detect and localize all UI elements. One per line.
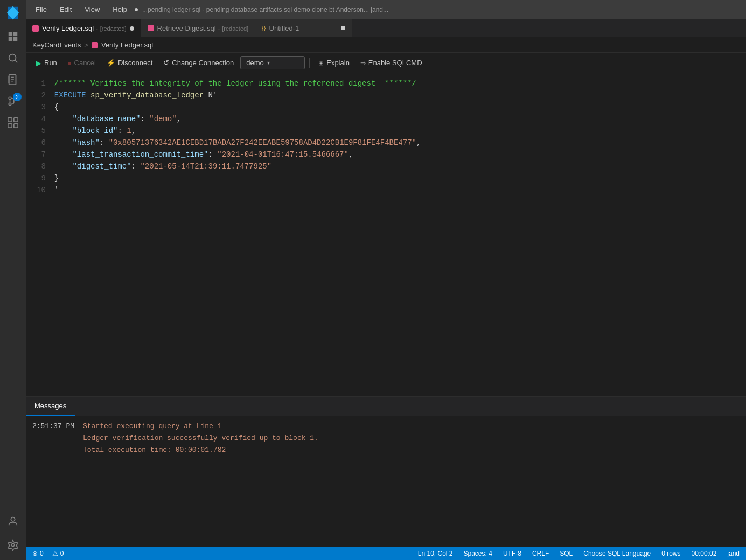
editor-area[interactable]: 1 2 3 4 5 6 7 8 9 10 /****** Verifies th… <box>26 73 746 396</box>
svg-point-4 <box>9 54 16 61</box>
indentation[interactable]: Spaces: 4 <box>462 550 494 557</box>
disconnect-button[interactable]: ⚡ Disconnect <box>102 57 157 69</box>
title-bar: File Edit View Help ...pending ledger sq… <box>26 0 746 19</box>
app-logo <box>2 2 24 24</box>
line-ending-value: CRLF <box>532 550 549 557</box>
language-value: SQL <box>560 550 573 557</box>
disconnect-icon: ⚡ <box>107 59 115 67</box>
breadcrumb-file-icon <box>92 42 98 48</box>
message-timestamp: 2:51:37 PM <box>32 421 74 456</box>
line-ending[interactable]: CRLF <box>530 550 551 557</box>
explorer-icon[interactable] <box>2 26 24 47</box>
warning-count-value: 0 <box>60 550 64 557</box>
sqlcmd-label: Enable SQLCMD <box>368 59 422 67</box>
row-count[interactable]: 0 rows <box>659 550 682 557</box>
activity-bar-bottom <box>2 510 24 560</box>
user-name-value: jand <box>727 550 740 557</box>
messages-content: 2:51:37 PM Started executing query at Li… <box>26 416 746 547</box>
error-count[interactable]: ⊗ 0 <box>30 550 46 557</box>
warning-icon: ⚠ <box>52 550 58 557</box>
row-count-value: 0 rows <box>661 550 680 557</box>
change-connection-button[interactable]: ↺ Change Connection <box>159 57 238 69</box>
encoding[interactable]: UTF-8 <box>501 550 524 557</box>
svg-line-5 <box>15 60 17 62</box>
explain-label: Explain <box>326 59 350 67</box>
explain-icon: ⊞ <box>318 59 324 67</box>
settings-icon[interactable] <box>2 534 24 556</box>
svg-rect-2 <box>9 37 12 41</box>
tab-messages[interactable]: Messages <box>26 397 75 416</box>
activity-bar: 2 <box>0 0 26 560</box>
menu-file[interactable]: File <box>32 4 50 15</box>
menu-help[interactable]: Help <box>109 4 130 15</box>
svg-rect-6 <box>9 75 16 85</box>
tab-untitled-dot <box>341 26 345 30</box>
message-body: Started executing query at Line 1 Ledger… <box>83 421 318 456</box>
breadcrumb-folder[interactable]: KeyCardEvents <box>32 41 81 49</box>
indentation-value: Spaces: 4 <box>464 550 492 557</box>
code-editor[interactable]: /****** Verifies the integrity of the le… <box>54 78 746 392</box>
connection-value: demo <box>246 59 264 67</box>
code-container: 1 2 3 4 5 6 7 8 9 10 /****** Verifies th… <box>26 73 746 396</box>
error-icon: ⊗ <box>32 550 38 557</box>
git-icon[interactable]: 2 <box>2 90 24 112</box>
extensions-icon[interactable] <box>2 112 24 134</box>
menu-view[interactable]: View <box>81 4 103 15</box>
enable-sqlcmd-button[interactable]: ⇒ Enable SQLCMD <box>356 57 427 69</box>
encoding-value: UTF-8 <box>503 550 521 557</box>
message-row: 2:51:37 PM Started executing query at Li… <box>32 421 740 456</box>
change-connection-icon: ↺ <box>163 59 169 67</box>
svg-rect-14 <box>8 118 12 122</box>
svg-point-18 <box>11 517 15 521</box>
git-badge: 2 <box>13 93 22 101</box>
json-file-icon: {} <box>262 25 266 31</box>
tab-label-verify: Verify Ledger.sql - [redacted] <box>42 24 127 32</box>
notebooks-icon[interactable] <box>2 69 24 90</box>
explain-button[interactable]: ⊞ Explain <box>314 57 354 69</box>
menu-edit[interactable]: Edit <box>57 4 75 15</box>
warning-count[interactable]: ⚠ 0 <box>50 550 66 557</box>
toolbar-separator <box>309 58 310 68</box>
change-connection-label: Change Connection <box>172 59 234 67</box>
tab-untitled-1[interactable]: {} Untitled-1 <box>255 19 352 37</box>
cursor-position[interactable]: Ln 10, Col 2 <box>416 550 455 557</box>
cursor-pos-value: Ln 10, Col 2 <box>418 550 453 557</box>
breadcrumb: KeyCardEvents > Verify Ledger.sql <box>26 38 746 53</box>
execution-time[interactable]: 00:00:02 <box>689 550 719 557</box>
title-path: ...pending ledger sql - pending database… <box>142 6 388 13</box>
cancel-label: Cancel <box>74 59 96 67</box>
account-icon[interactable] <box>2 510 24 532</box>
tab-bar: Verify Ledger.sql - [redacted] Retrieve … <box>26 19 746 38</box>
tab-label-untitled: Untitled-1 <box>269 24 338 32</box>
language-mode[interactable]: SQL <box>557 550 575 557</box>
run-button[interactable]: ▶ Run <box>31 57 61 69</box>
cancel-icon: ■ <box>68 60 72 66</box>
title-dot <box>135 8 138 11</box>
message-link[interactable]: Started executing query at Line 1 <box>83 422 221 430</box>
svg-point-11 <box>9 97 11 100</box>
svg-point-12 <box>9 103 11 106</box>
connection-dropdown[interactable]: demo ▾ <box>240 56 305 69</box>
sql-file-icon <box>32 25 39 32</box>
main-content: File Edit View Help ...pending ledger sq… <box>26 0 746 560</box>
menu-bar: File Edit View Help <box>32 4 130 15</box>
status-bar: ⊗ 0 ⚠ 0 Ln 10, Col 2 Spaces: 4 UTF-8 CRL… <box>26 547 746 560</box>
choose-language[interactable]: Choose SQL Language <box>581 550 653 557</box>
sql-file-icon-2 <box>148 25 154 31</box>
user-name[interactable]: jand <box>725 550 742 557</box>
cancel-button[interactable]: ■ Cancel <box>64 57 100 69</box>
status-left: ⊗ 0 ⚠ 0 <box>30 550 66 557</box>
search-icon[interactable] <box>2 47 24 69</box>
run-label: Run <box>44 59 57 67</box>
svg-point-19 <box>11 543 15 547</box>
line-numbers: 1 2 3 4 5 6 7 8 9 10 <box>26 78 54 392</box>
tab-retrieve-digest[interactable]: Retrieve Digest.sql - [redacted] <box>141 19 256 37</box>
tab-verify-ledger[interactable]: Verify Ledger.sql - [redacted] <box>26 19 141 37</box>
breadcrumb-separator: > <box>84 41 88 49</box>
disconnect-label: Disconnect <box>118 59 152 67</box>
svg-rect-17 <box>14 124 18 128</box>
messages-panel: Messages 2:51:37 PM Started executing qu… <box>26 396 746 547</box>
svg-rect-1 <box>13 32 17 36</box>
breadcrumb-file[interactable]: Verify Ledger.sql <box>101 41 153 49</box>
status-right: Ln 10, Col 2 Spaces: 4 UTF-8 CRLF SQL Ch… <box>416 550 742 557</box>
